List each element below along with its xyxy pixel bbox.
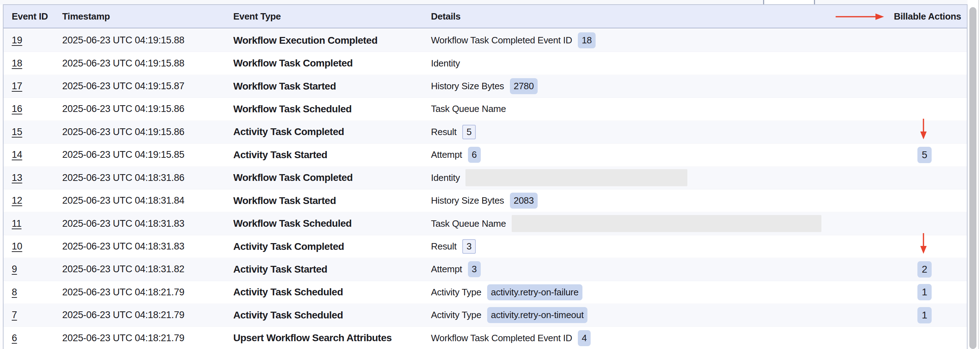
detail-label: Attempt <box>431 149 462 160</box>
billable-actions-badge: 1 <box>917 307 932 324</box>
redacted-value <box>512 215 821 232</box>
event-type: Activity Task Scheduled <box>233 286 431 298</box>
column-header-timestamp: Timestamp <box>62 11 233 22</box>
detail-label: Result <box>431 241 457 252</box>
table-row: 11 2025-06-23 UTC 04:18:31.83 Workflow T… <box>3 212 967 235</box>
event-id-link[interactable]: 17 <box>12 81 22 91</box>
detail-label: Identity <box>431 58 460 69</box>
detail-value: activity.retry-on-timeout <box>487 307 588 323</box>
table-row: 16 2025-06-23 UTC 04:19:15.86 Workflow T… <box>3 98 967 121</box>
billable-actions-badge: 1 <box>917 284 932 300</box>
timestamp: 2025-06-23 UTC 04:19:15.86 <box>62 127 233 138</box>
billable-actions-badge: 5 <box>917 147 932 163</box>
event-id-link[interactable]: 13 <box>12 172 22 183</box>
detail-cell: History Size Bytes 2083 <box>431 193 853 209</box>
event-type: Workflow Task Started <box>233 195 431 206</box>
timestamp: 2025-06-23 UTC 04:19:15.87 <box>62 81 233 92</box>
red-arrow-right-icon <box>836 13 884 20</box>
table-row: 13 2025-06-23 UTC 04:18:31.86 Workflow T… <box>3 167 967 189</box>
detail-cell: Task Queue Name <box>431 103 853 114</box>
event-id-link[interactable]: 15 <box>12 127 22 137</box>
detail-label: Workflow Task Completed Event ID <box>431 35 572 46</box>
table-row: 17 2025-06-23 UTC 04:19:15.87 Workflow T… <box>3 75 967 98</box>
detail-label: History Size Bytes <box>431 195 504 206</box>
billable-actions-cell: 2 <box>853 258 967 281</box>
detail-value: 4 <box>578 330 591 346</box>
event-id-link[interactable]: 7 <box>12 309 17 320</box>
event-type: Activity Task Scheduled <box>233 309 431 321</box>
event-type: Workflow Task Completed <box>233 57 431 69</box>
red-arrow-down-icon <box>920 233 927 254</box>
detail-cell: Workflow Task Completed Event ID 4 <box>431 330 853 346</box>
detail-cell: Identity <box>431 169 853 186</box>
timestamp: 2025-06-23 UTC 04:18:31.84 <box>62 195 233 206</box>
event-type: Workflow Task Started <box>233 81 431 92</box>
table-row: 6 2025-06-23 UTC 04:18:21.79 Upsert Work… <box>3 327 967 349</box>
event-id-link[interactable]: 12 <box>12 195 22 206</box>
detail-cell: Activity Type activity.retry-on-failure <box>431 284 853 300</box>
detail-cell: Attempt 3 <box>431 261 853 277</box>
detail-value: 2780 <box>510 78 538 94</box>
detail-cell: Workflow Task Completed Event ID 18 <box>431 32 853 48</box>
red-arrow-down-icon <box>920 119 927 139</box>
event-id-link[interactable]: 11 <box>12 218 21 229</box>
event-type: Upsert Workflow Search Attributes <box>233 332 431 344</box>
event-id-link[interactable]: 9 <box>12 264 17 274</box>
timestamp: 2025-06-23 UTC 04:18:31.86 <box>62 172 233 183</box>
timestamp: 2025-06-23 UTC 04:19:15.88 <box>62 35 233 46</box>
detail-value: 3 <box>468 261 481 277</box>
table-row: 15 2025-06-23 UTC 04:19:15.86 Activity T… <box>3 121 967 144</box>
event-id-link[interactable]: 19 <box>12 35 22 46</box>
billable-actions-cell <box>853 98 967 120</box>
table-row: 14 2025-06-23 UTC 04:19:15.85 Activity T… <box>3 144 967 166</box>
detail-label: Activity Type <box>431 287 482 298</box>
event-id-link[interactable]: 16 <box>12 103 22 114</box>
event-id-link[interactable]: 6 <box>12 333 17 343</box>
table-row: 19 2025-06-23 UTC 04:19:15.88 Workflow E… <box>3 29 967 52</box>
column-header-details: Details <box>431 11 853 22</box>
billable-actions-cell <box>853 29 967 52</box>
event-id-link[interactable]: 14 <box>12 149 22 160</box>
event-id-link[interactable]: 10 <box>12 241 22 252</box>
detail-value: 3 <box>462 239 476 254</box>
table-body: 19 2025-06-23 UTC 04:19:15.88 Workflow E… <box>3 29 967 349</box>
detail-cell: Result 3 <box>431 239 853 254</box>
detail-label: Workflow Task Completed Event ID <box>431 333 572 344</box>
timestamp: 2025-06-23 UTC 04:19:15.85 <box>62 149 233 160</box>
billable-actions-cell: 1 <box>853 281 967 303</box>
redacted-value <box>466 169 687 186</box>
billable-actions-cell <box>853 189 967 212</box>
detail-cell: Result 5 <box>431 125 853 139</box>
timestamp: 2025-06-23 UTC 04:18:21.79 <box>62 287 233 298</box>
column-header-event-id: Event ID <box>12 11 62 22</box>
event-type: Workflow Task Completed <box>233 172 431 183</box>
detail-cell: Activity Type activity.retry-on-timeout <box>431 307 853 323</box>
billable-actions-badge: 2 <box>917 261 932 278</box>
billable-actions-cell: 1 <box>853 304 967 326</box>
event-type: Workflow Task Scheduled <box>233 218 431 229</box>
event-id-link[interactable]: 18 <box>12 58 22 68</box>
table-row: 9 2025-06-23 UTC 04:18:31.82 Activity Ta… <box>3 258 967 281</box>
timestamp: 2025-06-23 UTC 04:18:21.79 <box>62 309 233 320</box>
table-row: 12 2025-06-23 UTC 04:18:31.84 Workflow T… <box>3 189 967 212</box>
event-type: Activity Task Completed <box>233 241 431 252</box>
timestamp: 2025-06-23 UTC 04:18:31.83 <box>62 218 233 229</box>
detail-label: Task Queue Name <box>431 103 506 114</box>
detail-cell: Task Queue Name <box>431 215 853 232</box>
detail-value: 5 <box>462 125 476 139</box>
event-type: Activity Task Started <box>233 264 431 275</box>
event-type: Activity Task Started <box>233 149 431 161</box>
scrollbar-thumb[interactable] <box>969 7 977 349</box>
billable-actions-cell <box>853 75 967 97</box>
billable-actions-cell <box>853 235 967 258</box>
table-row: 18 2025-06-23 UTC 04:19:15.88 Workflow T… <box>3 52 967 75</box>
billable-actions-cell: 5 <box>853 144 967 166</box>
event-type: Workflow Task Scheduled <box>233 103 431 115</box>
detail-value: 6 <box>468 147 481 163</box>
timestamp: 2025-06-23 UTC 04:18:31.82 <box>62 264 233 275</box>
billable-actions-cell <box>853 167 967 189</box>
event-id-link[interactable]: 8 <box>12 287 17 297</box>
detail-label: Identity <box>431 172 460 183</box>
detail-label: Result <box>431 127 457 138</box>
event-history-table: Event ID Timestamp Event Type Details Bi… <box>3 4 967 349</box>
